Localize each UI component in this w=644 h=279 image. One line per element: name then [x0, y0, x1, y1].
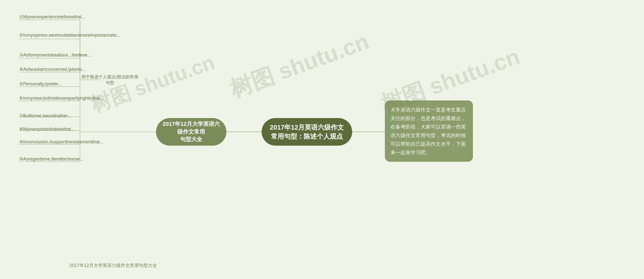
branch-item-6: ⑥Inmyview,bothsidesarepartlyrightinthat.…: [19, 95, 92, 101]
center-node: 2017年12月大学英语六级作文常用 句型大全: [156, 118, 226, 146]
branch-item-10: ⑩Asregardsme,Itendtochoose...: [19, 156, 92, 162]
branch-item-7: ⑦Butforme,Iwouldrather...: [19, 113, 92, 119]
branch-item-3: ③Asformyownideaabout...Ibelieve...: [19, 52, 92, 58]
branch-item-5: ⑤Personally,Iprefer...: [19, 81, 92, 87]
branch-item-1: ①Myownexperiencetellsmethat...: [19, 14, 92, 20]
branch-item-8: ⑧Myownpointofviewisthat...: [19, 126, 92, 132]
bottom-label: 2017年12月大学英语六级作文常用句型大全: [50, 262, 176, 268]
secondary-node: 2017年12月英语六级作文 常用句型：陈述个人观点: [262, 118, 352, 146]
branch-item-2: ②Inmyopinion,weshouldattackmoreimportanc…: [19, 32, 92, 38]
branch-item-9: ⑨Inconclusion,Isupportthestatementthat..…: [19, 139, 92, 145]
branch-item-4: ④Asfaraslamconcerned,Iplanto...: [19, 66, 92, 73]
desc-node: 大学英语六级作文一直是考生重点关注的部分，也是考试的重难点，在备考阶段，大家可以…: [385, 100, 473, 162]
watermark-2: 树图 shutu.cn: [226, 26, 373, 105]
